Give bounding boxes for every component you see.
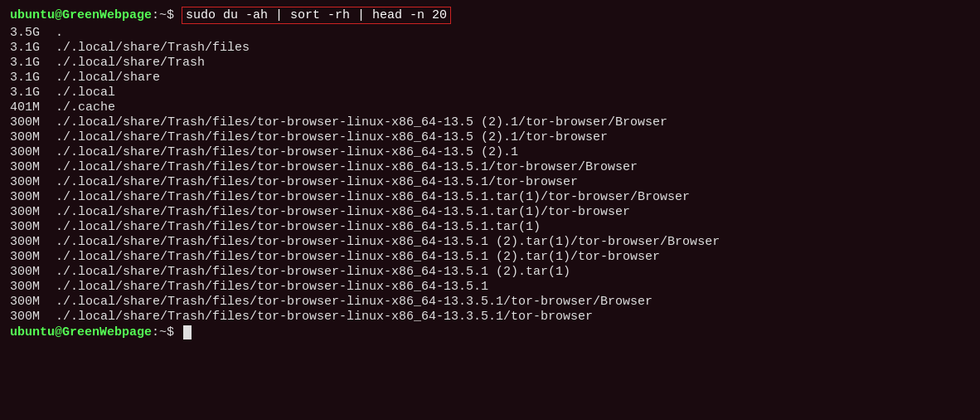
- output-block: 3.5G.3.1G./.local/share/Trash/files3.1G.…: [10, 26, 970, 324]
- path-value: .: [56, 26, 63, 40]
- path-value: ./.local/share/Trash/files/tor-browser-l…: [56, 265, 570, 279]
- size-value: 401M: [10, 100, 56, 115]
- size-value: 3.1G: [10, 71, 56, 85]
- path-value: ./.cache: [56, 100, 115, 115]
- size-value: 300M: [10, 265, 56, 279]
- path-value: ./.local: [56, 85, 115, 100]
- output-line: 300M./.local/share/Trash/files/tor-brows…: [10, 310, 970, 324]
- terminal-window: ubuntu@GreenWebpage :~$ sudo du -ah | so…: [10, 7, 970, 420]
- output-line: 401M./.cache: [10, 100, 970, 115]
- path-value: ./.local/share/Trash/files/tor-browser-l…: [56, 250, 660, 264]
- size-value: 300M: [10, 115, 56, 129]
- output-line: 3.1G./.local: [10, 85, 970, 100]
- end-prompt-separator: :~$: [152, 325, 174, 339]
- size-value: 300M: [10, 280, 56, 294]
- output-line: 300M./.local/share/Trash/files/tor-brows…: [10, 220, 970, 234]
- size-value: 3.1G: [10, 85, 56, 100]
- size-value: 300M: [10, 310, 56, 324]
- size-value: 3.1G: [10, 56, 56, 70]
- path-value: ./.local/share/Trash/files/tor-browser-l…: [56, 115, 667, 129]
- output-line: 300M./.local/share/Trash/files/tor-brows…: [10, 190, 970, 204]
- path-value: ./.local/share/Trash/files/tor-browser-l…: [56, 160, 638, 174]
- output-line: 300M./.local/share/Trash/files/tor-brows…: [10, 115, 970, 129]
- size-value: 300M: [10, 250, 56, 264]
- path-value: ./.local/share/Trash/files/tor-browser-l…: [56, 310, 593, 324]
- path-value: ./.local/share/Trash/files/tor-browser-l…: [56, 295, 653, 309]
- output-line: 3.1G./.local/share/Trash/files: [10, 41, 970, 55]
- size-value: 300M: [10, 235, 56, 249]
- cursor: [183, 325, 192, 339]
- path-value: ./.local/share/Trash: [56, 56, 205, 70]
- path-value: ./.local/share/Trash/files/tor-browser-l…: [56, 235, 720, 249]
- output-line: 300M./.local/share/Trash/files/tor-brows…: [10, 205, 970, 219]
- path-value: ./.local/share/Trash/files/tor-browser-l…: [56, 175, 578, 189]
- path-value: ./.local/share/Trash/files/tor-browser-l…: [56, 145, 518, 159]
- path-value: ./.local/share/Trash/files/tor-browser-l…: [56, 205, 630, 219]
- command-line: ubuntu@GreenWebpage :~$ sudo du -ah | so…: [10, 7, 970, 24]
- size-value: 300M: [10, 160, 56, 174]
- output-line: 300M./.local/share/Trash/files/tor-brows…: [10, 265, 970, 279]
- prompt-separator: :~$: [152, 8, 174, 22]
- end-prompt-username: ubuntu@GreenWebpage: [10, 325, 152, 339]
- path-value: ./.local/share/Trash/files/tor-browser-l…: [56, 130, 608, 144]
- path-value: ./.local/share/Trash/files/tor-browser-l…: [56, 190, 690, 204]
- output-line: 300M./.local/share/Trash/files/tor-brows…: [10, 280, 970, 294]
- path-value: ./.local/share/Trash/files/tor-browser-l…: [56, 280, 488, 294]
- size-value: 3.5G: [10, 26, 56, 40]
- path-value: ./.local/share: [56, 71, 160, 85]
- output-line: 300M./.local/share/Trash/files/tor-brows…: [10, 295, 970, 309]
- output-line: 3.1G./.local/share/Trash: [10, 56, 970, 70]
- output-line: 300M./.local/share/Trash/files/tor-brows…: [10, 145, 970, 159]
- size-value: 300M: [10, 190, 56, 204]
- path-value: ./.local/share/Trash/files/tor-browser-l…: [56, 220, 541, 234]
- size-value: 300M: [10, 295, 56, 309]
- path-value: ./.local/share/Trash/files: [56, 41, 250, 55]
- output-line: 300M./.local/share/Trash/files/tor-brows…: [10, 175, 970, 189]
- output-line: 3.1G./.local/share: [10, 71, 970, 85]
- command-text[interactable]: sudo du -ah | sort -rh | head -n 20: [182, 7, 451, 24]
- end-prompt-line: ubuntu@GreenWebpage :~$: [10, 325, 970, 339]
- output-line: 300M./.local/share/Trash/files/tor-brows…: [10, 160, 970, 174]
- size-value: 3.1G: [10, 41, 56, 55]
- output-line: 300M./.local/share/Trash/files/tor-brows…: [10, 235, 970, 249]
- size-value: 300M: [10, 205, 56, 219]
- size-value: 300M: [10, 130, 56, 144]
- output-line: 3.5G.: [10, 26, 970, 40]
- prompt-username: ubuntu@GreenWebpage: [10, 8, 152, 22]
- output-line: 300M./.local/share/Trash/files/tor-brows…: [10, 130, 970, 144]
- size-value: 300M: [10, 175, 56, 189]
- output-line: 300M./.local/share/Trash/files/tor-brows…: [10, 250, 970, 264]
- size-value: 300M: [10, 220, 56, 234]
- size-value: 300M: [10, 145, 56, 159]
